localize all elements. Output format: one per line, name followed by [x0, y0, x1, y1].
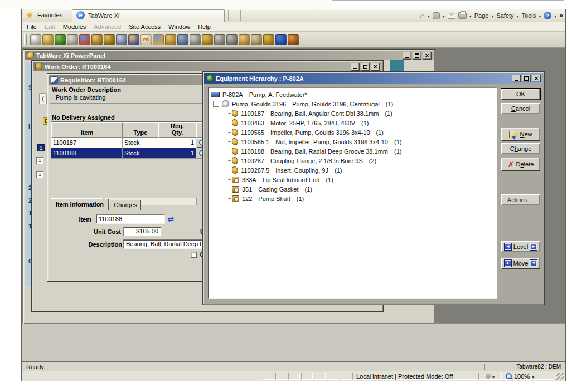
move-button[interactable]: Move [501, 258, 540, 269]
close-button[interactable] [532, 75, 541, 82]
exit-icon[interactable] [288, 34, 299, 45]
tree-node[interactable]: 1100287.5Insert, Coupling, 9J(1) [209, 165, 497, 175]
minimize-button[interactable] [512, 75, 521, 82]
favorites-button[interactable]: Favorites [37, 12, 62, 18]
protected-mode-cell[interactable] [478, 373, 502, 380]
actions-button[interactable]: Actions ... [501, 194, 540, 205]
node-code: 351 [242, 186, 252, 193]
tree-node[interactable]: 1100565.1Nut, Impeller, Pump, Goulds 319… [209, 137, 497, 146]
item-field[interactable]: 1100188 [96, 214, 165, 224]
level-left-arrow-icon[interactable] [504, 243, 512, 251]
powerpanel-titlebar[interactable]: TabWare Xi PowerPanel [25, 51, 434, 60]
maximize-button[interactable] [413, 52, 421, 60]
req-table-column-header[interactable]: Req. Qty. [158, 122, 196, 138]
level-button[interactable]: Level [501, 241, 540, 252]
feeds-dropdown-caret-icon[interactable] [443, 12, 445, 19]
home-dropdown-caret-icon[interactable] [428, 12, 430, 19]
req-table-column-header[interactable]: Type [123, 122, 158, 138]
new-document-icon[interactable] [30, 34, 41, 45]
read-mail-icon[interactable] [448, 13, 455, 19]
powerpanel-window-icon [27, 52, 34, 59]
open-folder-icon[interactable] [42, 34, 54, 45]
page-menu-button[interactable]: Page [474, 12, 489, 19]
help-icon[interactable] [275, 34, 287, 45]
minimize-button[interactable] [351, 63, 360, 71]
compass-icon[interactable] [116, 34, 127, 45]
browser-tab-tabware[interactable]: TabWare Xi [72, 9, 225, 22]
new-button[interactable]: New [501, 128, 540, 141]
req-table-row[interactable]: 1100188Stock1 [51, 148, 215, 159]
zoom-control[interactable]: 100% [503, 373, 554, 380]
toolbar-icons: PO [30, 34, 299, 45]
feeds-icon[interactable] [433, 12, 440, 19]
warehouse-icon[interactable] [214, 34, 225, 45]
image-icon[interactable] [67, 34, 78, 45]
print-queue-icon[interactable] [177, 34, 188, 45]
requisition-checkbox[interactable] [191, 252, 197, 258]
menu-item-help[interactable]: Help [194, 22, 215, 30]
employee-icon[interactable] [91, 34, 103, 45]
ok-button[interactable]: OK [501, 89, 540, 100]
minimize-button[interactable] [403, 52, 411, 60]
globe-icon[interactable] [55, 34, 66, 45]
req-table-row[interactable]: 1100187Stock1 [51, 138, 215, 148]
crew-icon[interactable] [165, 34, 176, 45]
close-button[interactable] [371, 63, 380, 71]
purchase-order-icon[interactable]: PO [140, 34, 152, 45]
world-report-icon[interactable] [79, 34, 90, 45]
item-lookup-icon[interactable] [168, 215, 178, 224]
collapse-minus-icon[interactable] [213, 101, 219, 107]
timecard-icon[interactable] [128, 34, 139, 45]
tree-node[interactable]: P-802APump, A, Feedwater* [209, 90, 497, 99]
maximize-button[interactable] [361, 63, 370, 71]
tree-node[interactable]: 1100188Bearing, Ball, Radial Deep Groove… [209, 146, 497, 156]
scheduler-icon[interactable] [202, 34, 213, 45]
tree-node[interactable]: Pump, Goulds 3196Pump, Goulds 3196, Cent… [209, 99, 497, 109]
home-icon[interactable] [420, 11, 424, 20]
delete-button[interactable]: Delete [501, 158, 540, 171]
toolbar-grip [24, 34, 27, 45]
overflow-chevron-icon[interactable] [559, 12, 563, 19]
tree-node[interactable]: 1100187Bearing, Ball, Angular Cont Dbl 3… [209, 109, 497, 118]
move-down-arrow-icon[interactable] [530, 259, 537, 267]
menu-item-modules[interactable]: Modules [59, 22, 90, 30]
menu-item-site-access[interactable]: Site Access [125, 22, 164, 30]
menu-item-file[interactable]: File [23, 22, 41, 30]
address-bar-input[interactable] [332, 0, 564, 8]
work-order-titlebar[interactable]: Work Order: RT000164 [33, 62, 382, 71]
req-table-column-header[interactable]: Item [51, 122, 123, 138]
contacts-icon[interactable] [153, 34, 164, 45]
signature-icon[interactable] [263, 34, 274, 45]
close-button[interactable] [423, 52, 432, 60]
safety-menu-button[interactable]: Safety [496, 12, 513, 19]
menu-item-window[interactable]: Window [164, 22, 194, 30]
help-icon[interactable] [544, 12, 551, 19]
tree-node[interactable]: 122Pump Shaft(1) [209, 194, 497, 203]
tree-node[interactable]: 1100287Coupling Flange, 2 1/8 In Bore 9S… [209, 156, 497, 165]
tree-node[interactable]: 1100463Motor, 25HP, 1765, 284T, 460V(1) [209, 118, 497, 128]
equipment-hierarchy-titlebar[interactable]: Equipment Hierarchy : P-802A [204, 73, 543, 84]
equipment-hierarchy-title: Equipment Hierarchy : P-802A [216, 75, 304, 82]
tree-node[interactable]: 333ALip Seal Inboard End(1) [209, 175, 497, 184]
print-icon[interactable] [458, 12, 467, 19]
stock-item-icon[interactable] [190, 34, 201, 45]
maximize-button[interactable] [522, 75, 531, 82]
cancel-button[interactable]: Cancel [501, 103, 540, 114]
tools-menu-button[interactable]: Tools [522, 12, 536, 19]
favorites-star-icon[interactable] [26, 11, 33, 19]
tree-node[interactable]: 1100565Impeller, Pump, Goulds 3196 3x4-1… [209, 128, 497, 137]
mail-icon[interactable] [239, 34, 250, 45]
tree-node[interactable]: 351Casing Gasket(1) [209, 184, 497, 194]
craft-icon[interactable] [104, 34, 115, 45]
resize-grip[interactable] [556, 373, 564, 380]
tab-charges[interactable]: Charges [110, 200, 141, 210]
planner-icon[interactable] [251, 34, 262, 45]
change-button[interactable]: Change [501, 143, 540, 154]
storeroom-icon[interactable] [226, 34, 238, 45]
move-up-arrow-icon[interactable] [504, 259, 512, 267]
level-right-arrow-icon[interactable] [530, 243, 537, 251]
powerpanel-tile-icon[interactable] [390, 60, 404, 72]
equipment-tree: P-802APump, A, Feedwater*Pump, Goulds 31… [208, 87, 497, 299]
print-dropdown-caret-icon[interactable] [469, 12, 472, 19]
tab-item-information[interactable]: Item Information [51, 199, 109, 210]
